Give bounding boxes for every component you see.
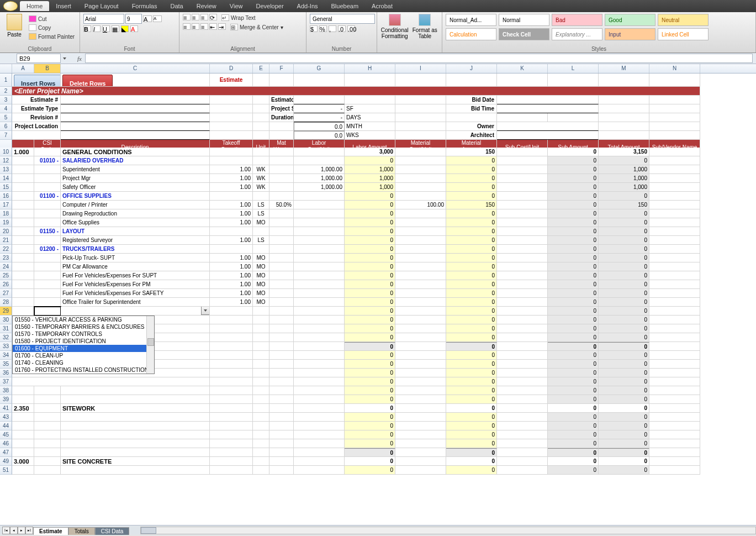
align-bot-icon[interactable]: ≡: [200, 14, 208, 20]
input-bid-time[interactable]: [497, 104, 599, 113]
worksheet[interactable]: ABCDEFGHIJKLMN 1 Insert Rows Delete Rows…: [0, 64, 756, 525]
cell-style-normal-ad-[interactable]: Normal_Ad...: [446, 14, 496, 26]
cell-style-input[interactable]: Input: [605, 28, 655, 40]
dropdown-scrollbar[interactable]: [146, 316, 154, 374]
ribbon-tab-view[interactable]: View: [223, 1, 250, 11]
row-header[interactable]: 18: [0, 209, 12, 218]
row-header[interactable]: 45: [0, 430, 12, 439]
row-header[interactable]: 21: [0, 236, 12, 245]
row-header[interactable]: 26: [0, 280, 12, 289]
row-header[interactable]: 49: [0, 457, 12, 466]
ribbon-tab-page-layout[interactable]: Page Layout: [78, 1, 125, 11]
dropdown-option[interactable]: 01580 - PROJECT IDENTIFICATION: [13, 338, 154, 345]
tab-nav-prev-icon[interactable]: ◂: [10, 527, 18, 534]
input-estimator[interactable]: [294, 96, 345, 104]
name-box-arrow-icon[interactable]: [63, 57, 66, 60]
italic-icon[interactable]: I: [93, 25, 101, 32]
ribbon-tab-home[interactable]: Home: [20, 1, 49, 11]
ribbon-tab-formulas[interactable]: Formulas: [125, 1, 164, 11]
column-header-G[interactable]: G: [294, 64, 345, 73]
ribbon-tab-review[interactable]: Review: [190, 1, 223, 11]
row-header[interactable]: 44: [0, 422, 12, 430]
row-header[interactable]: 1: [0, 73, 12, 87]
dec-indent-icon[interactable]: ⇤: [209, 23, 217, 30]
dropdown-arrow-icon[interactable]: [201, 307, 210, 315]
value-duration[interactable]: -: [294, 113, 345, 122]
insert-rows-button[interactable]: Insert Rows: [14, 75, 61, 87]
row-header[interactable]: 2: [0, 87, 12, 96]
row-header[interactable]: 30: [0, 316, 12, 324]
cell-style-linked-cell[interactable]: Linked Cell: [658, 28, 709, 40]
dropdown-option[interactable]: 01760 - PROTECTING INSTALLED CONSTRUCTIO…: [13, 366, 154, 374]
value-project-size[interactable]: -: [294, 104, 345, 113]
currency-icon[interactable]: $: [310, 25, 318, 32]
select-all-corner[interactable]: [0, 64, 12, 73]
row-header[interactable]: 39: [0, 395, 12, 404]
column-header-N[interactable]: N: [649, 64, 700, 73]
paste-button[interactable]: Paste: [3, 14, 25, 38]
percent-icon[interactable]: %: [319, 25, 327, 32]
orient-icon[interactable]: ⟳: [209, 14, 217, 20]
inc-dec-icon[interactable]: .0: [338, 25, 346, 32]
office-button[interactable]: [3, 1, 18, 11]
inc-indent-icon[interactable]: ⇥: [218, 23, 226, 30]
format-as-table-button[interactable]: Format as Table: [411, 14, 438, 39]
wrap-text-button[interactable]: ↵Wrap Text: [220, 14, 257, 22]
name-box[interactable]: [17, 54, 61, 63]
cut-button[interactable]: Cut: [28, 15, 76, 23]
row-header[interactable]: 15: [0, 183, 12, 192]
row-header[interactable]: 35: [0, 360, 12, 369]
format-painter-button[interactable]: Format Painter: [28, 33, 76, 40]
underline-icon[interactable]: U: [102, 25, 110, 32]
dropdown-option[interactable]: 01550 - VEHICULAR ACCESS & PARKING: [13, 316, 154, 323]
copy-button[interactable]: Copy: [28, 24, 76, 31]
row-header[interactable]: 37: [0, 377, 12, 386]
ribbon-tab-developer[interactable]: Developer: [249, 1, 290, 11]
row-header[interactable]: 46: [0, 439, 12, 448]
align-center-icon[interactable]: ≡: [192, 23, 199, 30]
row-header[interactable]: 43: [0, 413, 12, 422]
input-estimate-no[interactable]: [61, 96, 210, 104]
sheet-tab-csi-data[interactable]: CSI Data: [95, 527, 130, 535]
decrease-font-icon[interactable]: A: [153, 15, 162, 22]
row-header[interactable]: 25: [0, 271, 12, 280]
cell-style-calculation[interactable]: Calculation: [446, 28, 496, 40]
align-right-icon[interactable]: ≡: [200, 23, 208, 30]
row-header[interactable]: 13: [0, 165, 12, 174]
dropdown-option[interactable]: 01560 - TEMPORARY BARRIERS & ENCLOSURES: [13, 323, 154, 330]
row-header[interactable]: 36: [0, 369, 12, 377]
sheet-tab-totals[interactable]: Totals: [68, 527, 95, 535]
project-name-banner[interactable]: <Enter Project Name>: [12, 87, 700, 96]
input-bid-date[interactable]: [497, 96, 599, 104]
column-header-F[interactable]: F: [269, 64, 294, 73]
column-header-C[interactable]: C: [61, 64, 210, 73]
row-header[interactable]: 24: [0, 262, 12, 271]
conditional-formatting-button[interactable]: Conditional Formatting: [380, 14, 409, 39]
active-cell-b29[interactable]: [34, 307, 61, 316]
value-wks[interactable]: 0.0: [294, 131, 345, 140]
ribbon-tab-data[interactable]: Data: [163, 1, 189, 11]
row-header[interactable]: 14: [0, 174, 12, 183]
horizontal-scrollbar[interactable]: [140, 527, 756, 534]
dropdown-option[interactable]: 01600 - EQUIPMENT: [13, 345, 154, 352]
row-header[interactable]: 12: [0, 156, 12, 165]
border-icon[interactable]: ▦: [112, 25, 119, 32]
sheet-tab-estimate[interactable]: Estimate: [33, 527, 68, 535]
ribbon-tab-insert[interactable]: Insert: [49, 1, 78, 11]
row-header[interactable]: 28: [0, 298, 12, 307]
row-header[interactable]: 16: [0, 192, 12, 201]
column-header-H[interactable]: H: [345, 64, 395, 73]
align-left-icon[interactable]: ≡: [183, 23, 191, 30]
column-header-I[interactable]: I: [395, 64, 446, 73]
estimate-instructions-link[interactable]: EstimateInstructions: [210, 73, 253, 87]
font-name-select[interactable]: [83, 14, 124, 24]
ribbon-tab-add-ins[interactable]: Add-Ins: [290, 1, 325, 11]
cell-style-neutral[interactable]: Neutral: [658, 14, 709, 26]
merge-center-button[interactable]: ⊞Merge & Center ▾: [229, 23, 284, 31]
row-header[interactable]: 31: [0, 324, 12, 333]
column-header-J[interactable]: J: [446, 64, 497, 73]
cell-style-normal[interactable]: Normal: [499, 14, 549, 26]
row-header[interactable]: 22: [0, 245, 12, 254]
cell-style-explanatory-[interactable]: Explanatory ...: [552, 28, 602, 40]
number-format-select[interactable]: [310, 14, 375, 24]
